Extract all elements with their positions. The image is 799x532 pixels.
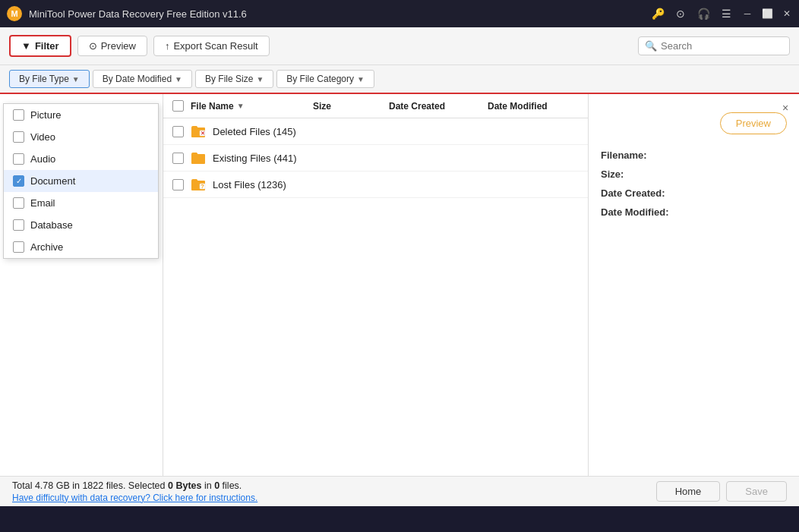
search-input[interactable] bbox=[661, 40, 782, 52]
dropdown-item-email[interactable]: Email bbox=[4, 192, 158, 214]
tab-file-category-label: By File Category bbox=[286, 74, 354, 84]
archive-label: Archive bbox=[30, 241, 63, 253]
select-all-checkbox[interactable] bbox=[172, 100, 184, 112]
restore-button[interactable]: ⬜ bbox=[761, 8, 773, 20]
lost-files-label: Lost Files (1236) bbox=[213, 179, 286, 190]
help-link[interactable]: Have difficulty with data recovery? Clic… bbox=[12, 493, 257, 503]
existing-files-entry: Existing Files (441) bbox=[191, 151, 313, 165]
dropdown-item-database[interactable]: Database bbox=[4, 214, 158, 236]
existing-folder-icon bbox=[191, 151, 206, 165]
title-bar: M MiniTool Power Data Recovery Free Edit… bbox=[0, 0, 799, 27]
menu-icon[interactable]: ☰ bbox=[718, 6, 734, 21]
files-text: files. bbox=[219, 480, 242, 491]
tab-by-file-type[interactable]: By File Type ▼ bbox=[9, 70, 90, 88]
existing-row-checkbox[interactable] bbox=[172, 153, 184, 164]
date-created-col-label: Date Created bbox=[389, 101, 445, 112]
status-info: Total 4.78 GB in 1822 files. Selected 0 … bbox=[12, 480, 257, 503]
document-checkbox[interactable]: ✓ bbox=[13, 175, 24, 187]
deleted-files-entry: ✕ Deleted Files (145) bbox=[191, 124, 313, 138]
lost-row-checkbox[interactable] bbox=[172, 179, 184, 190]
audio-checkbox[interactable] bbox=[13, 153, 24, 165]
filter-button[interactable]: ▼ Filter bbox=[9, 35, 71, 57]
info-panel-close-button[interactable]: × bbox=[778, 100, 793, 115]
in-text: in bbox=[201, 480, 214, 491]
deleted-files-label: Deleted Files (145) bbox=[213, 126, 296, 137]
existing-files-label: Existing Files (441) bbox=[213, 153, 297, 164]
selected-bytes: 0 Bytes bbox=[168, 480, 201, 491]
app-logo: M bbox=[6, 5, 23, 22]
filename-col-label: File Name bbox=[191, 101, 234, 112]
key-icon[interactable]: 🔑 bbox=[650, 6, 665, 21]
table-row[interactable]: ✕ Deleted Files (145) bbox=[163, 118, 588, 145]
filter-tabs-bar: By File Type ▼ By Date Modified ▼ By Fil… bbox=[0, 65, 799, 94]
dropdown-item-picture[interactable]: Picture bbox=[4, 104, 158, 126]
title-bar-left: M MiniTool Power Data Recovery Free Edit… bbox=[6, 5, 247, 22]
sort-icon: ▼ bbox=[237, 102, 245, 110]
date-modified-label: Date Modified: bbox=[601, 206, 787, 218]
dropdown-item-audio[interactable]: Audio bbox=[4, 148, 158, 170]
save-button[interactable]: Save bbox=[726, 481, 787, 502]
table-row[interactable]: ? Lost Files (1236) bbox=[163, 172, 588, 198]
account-icon[interactable]: ⊙ bbox=[673, 6, 688, 21]
deleted-row-checkbox[interactable] bbox=[172, 126, 184, 137]
minimize-button[interactable]: ─ bbox=[741, 8, 753, 20]
info-details: Filename: Size: Date Created: Date Modif… bbox=[601, 150, 787, 218]
status-text: Total 4.78 GB in 1822 files. Selected 0 … bbox=[12, 480, 257, 491]
status-buttons: Home Save bbox=[656, 481, 787, 502]
database-checkbox[interactable] bbox=[13, 219, 24, 231]
picture-checkbox[interactable] bbox=[13, 109, 24, 121]
search-box[interactable]: 🔍 bbox=[638, 36, 790, 55]
header-size: Size bbox=[313, 101, 389, 112]
email-checkbox[interactable] bbox=[13, 197, 24, 209]
dropdown-item-document[interactable]: ✓ Document bbox=[4, 170, 158, 192]
export-label: Export Scan Result bbox=[173, 40, 257, 52]
header-filename: File Name ▼ bbox=[191, 101, 313, 112]
file-list-panel: File Name ▼ Size Date Created Date Modif… bbox=[163, 94, 589, 476]
chevron-down-icon: ▼ bbox=[72, 75, 80, 83]
tab-file-size-label: By File Size bbox=[205, 74, 253, 84]
headphones-icon[interactable]: 🎧 bbox=[696, 6, 711, 21]
header-checkbox-col bbox=[172, 100, 191, 112]
total-text: Total 4.78 GB in 1822 files. Selected bbox=[12, 480, 168, 491]
header-date-created: Date Created bbox=[389, 101, 488, 112]
size-label: Size: bbox=[601, 168, 787, 180]
audio-label: Audio bbox=[30, 153, 55, 165]
header-date-modified: Date Modified bbox=[488, 101, 579, 112]
filter-label: Filter bbox=[35, 40, 59, 52]
row-checkbox-col bbox=[172, 126, 191, 137]
toolbar: ▼ Filter ⊙ Preview ↑ Export Scan Result … bbox=[0, 27, 799, 65]
chevron-down-icon: ▼ bbox=[256, 75, 264, 83]
picture-label: Picture bbox=[30, 109, 61, 121]
tab-by-date-modified[interactable]: By Date Modified ▼ bbox=[93, 70, 192, 88]
row-checkbox-col bbox=[172, 179, 191, 190]
tab-date-modified-label: By Date Modified bbox=[103, 74, 172, 84]
tab-by-file-size[interactable]: By File Size ▼ bbox=[195, 70, 273, 88]
table-row[interactable]: Existing Files (441) bbox=[163, 145, 588, 172]
deleted-folder-icon: ✕ bbox=[191, 124, 206, 138]
email-label: Email bbox=[30, 197, 55, 209]
row-checkbox-col bbox=[172, 153, 191, 164]
video-checkbox[interactable] bbox=[13, 131, 24, 143]
archive-checkbox[interactable] bbox=[13, 241, 24, 253]
title-bar-controls: 🔑 ⊙ 🎧 ☰ ─ ⬜ ✕ bbox=[650, 6, 793, 21]
size-col-label: Size bbox=[313, 101, 331, 112]
chevron-down-icon: ▼ bbox=[175, 75, 182, 83]
video-label: Video bbox=[30, 131, 55, 143]
lost-files-entry: ? Lost Files (1236) bbox=[191, 178, 313, 191]
document-label: Document bbox=[30, 175, 75, 187]
export-button[interactable]: ↑ Export Scan Result bbox=[153, 36, 270, 56]
export-icon: ↑ bbox=[165, 40, 170, 52]
lost-folder-icon: ? bbox=[191, 178, 206, 191]
home-button[interactable]: Home bbox=[656, 481, 721, 502]
preview-button[interactable]: ⊙ Preview bbox=[77, 36, 147, 56]
tab-file-type-label: By File Type bbox=[19, 74, 69, 84]
tab-by-file-category[interactable]: By File Category ▼ bbox=[276, 70, 374, 88]
app-title: MiniTool Power Data Recovery Free Editio… bbox=[29, 8, 247, 20]
dropdown-item-archive[interactable]: Archive bbox=[4, 236, 158, 258]
file-type-dropdown: Picture Video Audio ✓ Document Email Dat… bbox=[3, 103, 159, 259]
info-preview-button[interactable]: Preview bbox=[720, 112, 787, 134]
close-button[interactable]: ✕ bbox=[781, 8, 793, 20]
dropdown-item-video[interactable]: Video bbox=[4, 126, 158, 148]
right-panel: File Name ▼ Size Date Created Date Modif… bbox=[163, 94, 799, 476]
filename-label: Filename: bbox=[601, 150, 787, 161]
